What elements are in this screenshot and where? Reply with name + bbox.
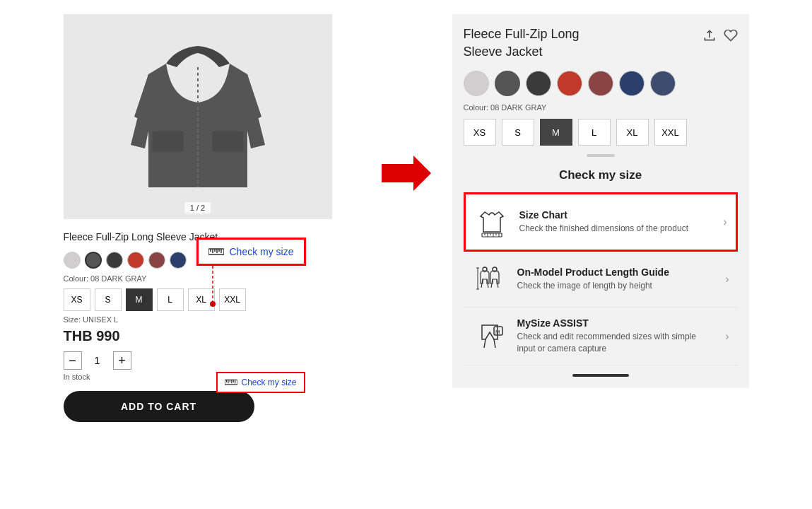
- right-size-options: XS S M L XL XXL: [464, 119, 738, 146]
- size-btn-xl[interactable]: XL: [188, 288, 215, 311]
- right-panel: Fleece Full-Zip LongSleeve Jacket: [452, 14, 749, 388]
- right-size-btn-m[interactable]: M: [540, 119, 572, 146]
- right-swatch-light-gray[interactable]: [464, 71, 489, 96]
- product-image-container: 1 / 2: [64, 14, 332, 219]
- share-icon[interactable]: [702, 28, 717, 46]
- size-chart-icon: [474, 204, 510, 240]
- qty-increase-button[interactable]: +: [113, 351, 131, 370]
- size-label: Size: UNISEX L: [64, 315, 360, 324]
- right-swatch-charcoal[interactable]: [526, 71, 551, 96]
- mysize-assist-option[interactable]: M MySize ASSIST Check and edit recommend…: [464, 308, 738, 365]
- size-btn-m[interactable]: M: [126, 288, 153, 311]
- size-chart-option[interactable]: Size Chart Check the finished dimensions…: [464, 192, 738, 252]
- add-to-cart-button[interactable]: ADD TO CART: [64, 391, 254, 422]
- heart-icon[interactable]: [724, 28, 738, 46]
- size-chart-desc: Check the finished dimensions of the pro…: [519, 223, 714, 235]
- right-color-swatches: [464, 71, 738, 96]
- size-btn-xxl[interactable]: XXL: [219, 288, 246, 311]
- size-btn-xs[interactable]: XS: [64, 288, 90, 311]
- svg-rect-2: [212, 131, 244, 152]
- size-option-list: Size Chart Check the finished dimensions…: [464, 192, 738, 365]
- size-btn-l[interactable]: L: [157, 288, 184, 311]
- svg-rect-1: [152, 131, 184, 152]
- in-stock-label: In stock: [64, 373, 360, 381]
- right-swatch-slate[interactable]: [650, 71, 676, 96]
- left-panel: 1 / 2 Fleece Full-Zip Long Sleeve Jacket…: [64, 14, 360, 422]
- check-my-size-title: Check my size: [464, 168, 738, 182]
- right-color-label: Colour: 08 DARK GRAY: [464, 103, 738, 112]
- right-size-btn-l[interactable]: L: [578, 119, 611, 146]
- right-size-btn-xxl[interactable]: XXL: [654, 119, 687, 146]
- mysize-assist-chevron: ›: [725, 330, 729, 343]
- right-size-btn-s[interactable]: S: [502, 119, 534, 146]
- on-model-option[interactable]: On-Model Product Length Guide Check the …: [464, 252, 738, 308]
- right-swatch-burgundy[interactable]: [588, 71, 613, 96]
- mysize-assist-text: MySize ASSIST Check and edit recommended…: [517, 317, 716, 355]
- svg-line-36: [484, 339, 486, 348]
- size-chart-chevron: ›: [723, 216, 726, 228]
- main-container: 1 / 2 Fleece Full-Zip Long Sleeve Jacket…: [0, 0, 812, 509]
- image-indicator: 1 / 2: [184, 202, 211, 213]
- on-model-text: On-Model Product Length Guide Check the …: [517, 267, 716, 292]
- size-btn-s[interactable]: S: [95, 288, 122, 311]
- color-label: Colour: 08 DARK GRAY: [64, 274, 360, 283]
- right-size-btn-xl[interactable]: XL: [616, 119, 649, 146]
- color-swatch-red[interactable]: [127, 252, 144, 269]
- arrow-container: [382, 14, 431, 191]
- color-swatch-navy[interactable]: [170, 252, 187, 269]
- color-swatch-burgundy[interactable]: [148, 252, 165, 269]
- check-my-size-small-label: Check my size: [242, 378, 297, 387]
- on-model-desc: Check the image of length by height: [517, 280, 716, 292]
- right-swatch-red[interactable]: [557, 71, 582, 96]
- color-swatch-dark-gray[interactable]: [85, 252, 102, 269]
- quantity-row: − 1 +: [64, 351, 360, 370]
- svg-line-37: [494, 339, 495, 348]
- color-swatch-light-gray[interactable]: [64, 252, 81, 269]
- size-chart-text: Size Chart Check the finished dimensions…: [519, 209, 714, 235]
- check-my-size-popup-top-label: Check my size: [230, 246, 294, 257]
- right-swatch-navy[interactable]: [619, 71, 645, 96]
- jacket-image: [127, 32, 269, 201]
- check-my-size-small[interactable]: Check my size: [216, 372, 305, 393]
- on-model-icon: [472, 262, 507, 297]
- mysize-assist-title: MySize ASSIST: [517, 317, 716, 329]
- svg-text:M: M: [495, 329, 500, 335]
- qty-decrease-button[interactable]: −: [64, 351, 82, 370]
- right-product-title: Fleece Full-Zip LongSleeve Jacket: [464, 25, 579, 61]
- on-model-chevron: ›: [725, 273, 729, 286]
- qty-value: 1: [90, 355, 105, 366]
- ruler-icon: [208, 246, 224, 257]
- size-options: XS S M L XL XXL: [64, 288, 360, 311]
- right-swatch-dark-gray[interactable]: [495, 71, 520, 96]
- svg-marker-19: [382, 156, 431, 191]
- header-icons: [702, 28, 738, 46]
- mysize-assist-desc: Check and edit recommended sizes with si…: [517, 331, 716, 355]
- right-size-btn-xs[interactable]: XS: [464, 119, 496, 146]
- red-arrow-icon: [382, 156, 431, 191]
- size-chart-title: Size Chart: [519, 209, 714, 221]
- ruler-icon-small: [225, 378, 237, 387]
- mysize-assist-icon: M: [472, 319, 507, 354]
- size-panel-divider: [587, 154, 615, 157]
- price: THB 990: [64, 328, 360, 344]
- color-swatch-charcoal[interactable]: [106, 252, 123, 269]
- bottom-bar: [572, 374, 629, 377]
- check-my-size-popup-top[interactable]: Check my size: [196, 238, 306, 266]
- on-model-title: On-Model Product Length Guide: [517, 267, 716, 278]
- right-header: Fleece Full-Zip LongSleeve Jacket: [464, 25, 738, 61]
